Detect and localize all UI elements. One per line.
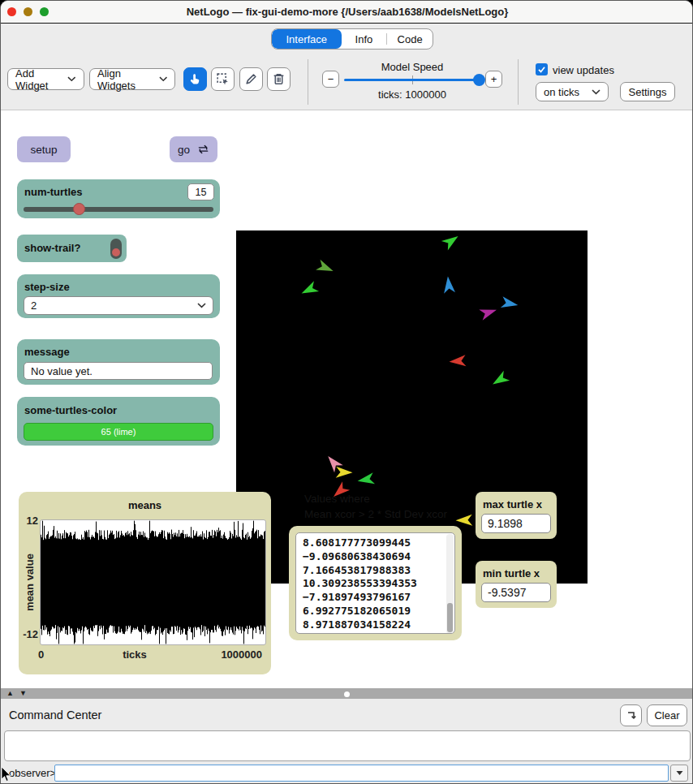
delete-widget-button[interactable] xyxy=(267,67,291,91)
command-center-splitter[interactable]: ▲ ▼ xyxy=(1,688,693,699)
turtle xyxy=(437,273,461,297)
trash-icon xyxy=(272,72,286,86)
tab-code[interactable]: Code xyxy=(387,29,433,49)
mouse-cursor xyxy=(1,767,12,782)
list-item[interactable]: 6.992775182065019 xyxy=(303,605,443,618)
message-value: No value yet. xyxy=(31,365,93,377)
switch-knob xyxy=(112,248,120,256)
plot-title: means xyxy=(19,499,271,511)
switch-widget-show-trail[interactable]: show-trail? xyxy=(17,235,127,262)
chevron-down-icon xyxy=(67,76,76,82)
chooser-dropdown[interactable]: 2 xyxy=(24,296,213,315)
pencil-icon xyxy=(244,72,258,86)
align-widgets-dropdown[interactable]: Align Widgets xyxy=(89,68,175,90)
chooser-value: 2 xyxy=(31,299,37,312)
monitor-value-text: -9.5397 xyxy=(488,586,526,599)
tab-group: Interface Info Code xyxy=(271,28,433,50)
hand-icon xyxy=(188,72,202,86)
title-bar: NetLogo — fix-gui-demo-more {/Users/aab1… xyxy=(1,1,693,24)
monitor-value: 9.1898 xyxy=(481,514,551,533)
hand-tool-button[interactable] xyxy=(183,67,207,91)
list-item[interactable]: 8.608177773099445 xyxy=(303,536,443,550)
switch-label: show-trail? xyxy=(24,242,80,254)
checkmark-icon xyxy=(537,65,546,74)
chevron-down-icon xyxy=(197,303,206,308)
values-output-widget: 8.608177773099445−9.096806384306947.1664… xyxy=(289,526,462,640)
switch-toggle[interactable] xyxy=(110,239,122,259)
color-value: 65 (lime) xyxy=(101,427,136,437)
x-tick-max: 1000000 xyxy=(192,648,262,661)
splitter-handle-dot[interactable] xyxy=(344,691,350,697)
command-center-popout-button[interactable] xyxy=(620,704,642,726)
monitor-value-text: 9.1898 xyxy=(488,517,523,530)
y-axis-label: mean value xyxy=(24,546,36,619)
plus-icon: + xyxy=(491,74,497,84)
splitter-down-icon[interactable]: ▼ xyxy=(19,690,27,697)
interface-canvas: setup go num-turtles 15 show-trail? step… xyxy=(1,110,693,688)
view-updates-checkbox[interactable] xyxy=(536,63,548,75)
speed-slower-button[interactable]: − xyxy=(322,71,339,88)
clear-label: Clear xyxy=(654,709,679,722)
values-scrollbar[interactable] xyxy=(446,534,454,634)
command-center: Command Center Clear observer> xyxy=(1,699,693,784)
dropdown-arrow-icon xyxy=(676,770,683,776)
tab-interface[interactable]: Interface xyxy=(272,29,342,49)
go-button[interactable]: go xyxy=(170,136,217,162)
color-value-button[interactable]: 65 (lime) xyxy=(24,423,213,441)
update-mode-dropdown[interactable]: on ticks xyxy=(536,82,609,101)
splitter-up-icon[interactable]: ▲ xyxy=(6,690,14,697)
edit-widget-button[interactable] xyxy=(239,67,263,91)
toolbar: Add Widget Align Widgets xyxy=(1,53,693,110)
chevron-down-icon xyxy=(159,76,167,82)
turtle xyxy=(439,230,463,253)
marquee-select-icon xyxy=(216,72,230,86)
slider-value-box[interactable]: 15 xyxy=(187,183,214,200)
list-item[interactable]: 7.166453817988383 xyxy=(303,564,443,578)
slider-track[interactable] xyxy=(24,207,213,212)
netlogo-window: NetLogo — fix-gui-demo-more {/Users/aab1… xyxy=(0,0,693,784)
clear-button[interactable]: Clear xyxy=(647,704,687,726)
settings-button[interactable]: Settings xyxy=(620,82,675,101)
tab-bar: Interface Info Code xyxy=(1,24,693,53)
toolbar-divider xyxy=(518,59,519,105)
slider-label: num-turtles xyxy=(24,186,83,198)
go-label: go xyxy=(178,144,190,156)
input-widget-message: message No value yet. xyxy=(17,339,220,385)
tab-info[interactable]: Info xyxy=(342,29,387,49)
setup-label: setup xyxy=(30,144,57,156)
values-list[interactable]: 8.608177773099445−9.096806384306947.1664… xyxy=(295,532,455,634)
x-axis-label: ticks xyxy=(100,648,170,661)
chevron-down-icon xyxy=(592,89,600,95)
forever-icon xyxy=(197,144,209,155)
slider-knob[interactable] xyxy=(73,203,85,215)
turtle xyxy=(488,368,512,392)
add-widget-dropdown[interactable]: Add Widget xyxy=(7,68,84,90)
chooser-widget-step-size: step-size 2 xyxy=(17,274,220,318)
list-item[interactable]: 10.309238553394353 xyxy=(303,577,443,591)
speed-slider-track[interactable] xyxy=(344,79,480,81)
command-history-dropdown[interactable] xyxy=(670,765,688,782)
list-item[interactable]: −7.91897493796167 xyxy=(303,591,443,605)
update-mode-value: on ticks xyxy=(544,86,579,98)
command-input-field[interactable] xyxy=(54,765,669,782)
monitor-label: max turtle x xyxy=(483,498,542,510)
slider-value: 15 xyxy=(196,187,207,198)
speed-slider-knob[interactable] xyxy=(473,74,485,86)
turtle xyxy=(297,278,321,302)
settings-label: Settings xyxy=(629,86,667,98)
select-widgets-button[interactable] xyxy=(211,67,235,91)
model-speed-label: Model Speed xyxy=(344,61,480,73)
note-line-2: Mean xcor > 2 * Std Dev xcor xyxy=(304,508,447,520)
speed-faster-button[interactable]: + xyxy=(485,71,502,88)
command-output-area[interactable] xyxy=(4,730,691,761)
turtle xyxy=(446,349,470,373)
turtle xyxy=(497,291,522,316)
setup-button[interactable]: setup xyxy=(17,136,71,162)
message-input-field[interactable]: No value yet. xyxy=(24,362,213,380)
list-item[interactable]: 8.971887034158224 xyxy=(303,618,443,632)
monitor-max-turtle-x: max turtle x 9.1898 xyxy=(476,492,557,539)
list-item[interactable]: −9.09680638430694 xyxy=(303,550,443,564)
values-scrollbar-thumb[interactable] xyxy=(447,603,453,632)
monitor-label: min turtle x xyxy=(483,567,540,579)
monitor-value: -9.5397 xyxy=(481,583,551,602)
